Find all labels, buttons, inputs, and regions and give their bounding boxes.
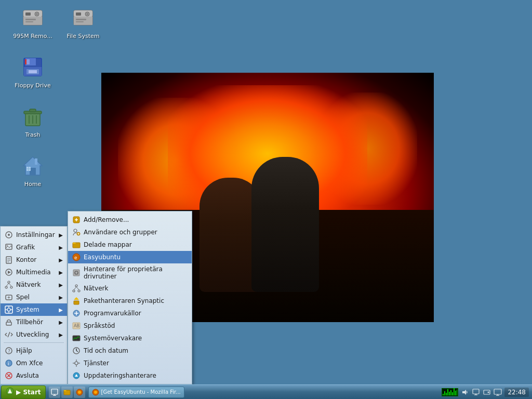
menu-item-kontor[interactable]: Kontor ▶ — [1, 254, 67, 266]
menu-item-spel[interactable]: Spel ▶ — [1, 291, 67, 303]
drive-tray-icon[interactable] — [482, 388, 491, 397]
svg-point-109 — [78, 391, 81, 394]
desktop-icon-floppy-label: Floppy Drive — [13, 82, 52, 89]
menu-item-system[interactable]: System ▶ — [1, 303, 67, 316]
svg-line-60 — [8, 332, 10, 337]
menu-item-hjalp[interactable]: ? Hjälp — [1, 344, 67, 357]
desktop-icon-trash-label: Trash — [23, 131, 42, 139]
svg-point-12 — [87, 14, 88, 15]
svg-rect-37 — [6, 244, 12, 249]
svg-rect-85 — [74, 301, 79, 304]
svg-rect-14 — [76, 19, 86, 20]
svg-text:e: e — [74, 255, 77, 260]
menu-item-utveckling[interactable]: Utveckling ▶ — [1, 328, 67, 341]
submenu-natverk[interactable]: Nätverk — [68, 282, 192, 295]
svg-text:AB: AB — [74, 324, 79, 328]
svg-rect-21 — [29, 70, 37, 73]
submenu-systemovervakare[interactable]: Systemövervakare — [68, 332, 192, 344]
svg-rect-104 — [51, 389, 58, 394]
svg-line-95 — [76, 351, 78, 352]
svg-rect-7 — [25, 21, 33, 22]
svg-rect-118 — [494, 389, 501, 394]
desktop-icon-filesystem-label: File System — [65, 32, 101, 40]
svg-line-83 — [74, 287, 76, 290]
svg-point-54 — [7, 308, 10, 311]
submenu-hanterare[interactable]: Hanterare för proprietära drivrutiner — [68, 263, 192, 282]
svg-rect-18 — [26, 59, 30, 64]
tray-area — [460, 388, 502, 397]
menu-separator — [4, 342, 64, 343]
svg-point-45 — [8, 281, 10, 283]
svg-rect-59 — [6, 322, 11, 325]
menu-item-natverk[interactable]: Nätverk ▶ — [1, 278, 67, 291]
svg-marker-44 — [8, 271, 11, 274]
clock: 22:48 — [504, 388, 529, 397]
svg-point-46 — [5, 286, 7, 288]
taskbar-window-browser[interactable]: [Get EasyUbuntu - Mozilla Fir... — [88, 387, 184, 398]
start-button[interactable]: ▶ Start — [1, 385, 46, 399]
start-label: ▶ Start — [16, 389, 41, 396]
svg-point-81 — [73, 290, 75, 292]
svg-rect-10 — [76, 12, 81, 16]
desktop-icon-995m[interactable]: 995M Remo... — [9, 5, 56, 40]
file-manager-btn[interactable] — [61, 387, 73, 398]
browser-window-label: [Get EasyUbuntu - Mozilla Fir... — [101, 389, 181, 395]
start-icon — [6, 387, 14, 397]
show-desktop-btn[interactable] — [49, 387, 60, 398]
submenu-anvandare[interactable]: Användare och grupper — [68, 226, 192, 238]
svg-text:i: i — [8, 361, 9, 366]
svg-rect-113 — [473, 389, 479, 394]
svg-rect-13 — [74, 17, 92, 25]
svg-text:?: ? — [8, 349, 10, 354]
svg-line-49 — [9, 283, 11, 286]
menu-item-grafik[interactable]: Grafik ▶ — [1, 241, 67, 254]
menu-item-om-xfce[interactable]: i Om Xfce — [1, 357, 67, 369]
menu-item-avsluta[interactable]: Avsluta — [1, 369, 67, 382]
system-submenu: Add/Remove... Användare och grupper Dela… — [68, 211, 192, 384]
taskbar: ▶ Start [Get EasyUbuntu - Mozilla Fir... — [0, 384, 532, 399]
quick-launch — [49, 387, 85, 398]
svg-line-48 — [6, 283, 9, 286]
desktop-icon-trash[interactable]: Trash — [9, 104, 56, 139]
desktop-icon-home[interactable]: Home — [9, 153, 56, 188]
floppy-icon — [20, 55, 45, 79]
submenu-add-remove[interactable]: Add/Remove... — [68, 214, 192, 226]
submenu-pakethanteraren[interactable]: Pakethanteraren Synaptic — [68, 295, 192, 307]
svg-rect-22 — [25, 59, 26, 64]
network-icon[interactable] — [471, 388, 481, 397]
submenu-tid-och-datum[interactable]: Tid och datum — [68, 344, 192, 357]
screen-icon[interactable] — [493, 388, 502, 397]
menu-item-tillbehor[interactable]: Tillbehör ▶ — [1, 316, 67, 328]
submenu-delade-mappar[interactable]: Delade mappar — [68, 238, 192, 251]
submenu-uppdateringshanterare[interactable]: Uppdateringshanterare — [68, 369, 192, 382]
submenu-sprakstod[interactable]: AB Språkstöd — [68, 320, 192, 332]
svg-marker-86 — [74, 297, 79, 300]
svg-rect-92 — [73, 336, 80, 341]
svg-point-117 — [488, 391, 489, 393]
desktop-icon-filesystem[interactable]: File System — [60, 5, 107, 40]
home-icon — [20, 153, 45, 178]
submenu-easyubuntu[interactable]: e Easyubuntu — [68, 251, 192, 263]
svg-line-84 — [76, 287, 79, 290]
menu-item-multimedia[interactable]: Multimedia ▶ — [1, 266, 67, 278]
svg-point-96 — [75, 362, 78, 365]
svg-point-80 — [75, 285, 77, 287]
desktop-icon-home-label: Home — [23, 180, 43, 188]
network-graph — [442, 388, 458, 396]
volume-icon[interactable] — [460, 388, 470, 397]
svg-point-111 — [94, 391, 97, 394]
svg-rect-30 — [35, 158, 37, 165]
svg-point-36 — [8, 234, 10, 236]
svg-rect-15 — [76, 21, 84, 22]
svg-rect-6 — [25, 19, 36, 20]
svg-point-47 — [10, 286, 12, 288]
svg-point-82 — [78, 290, 80, 292]
submenu-programvarukallor[interactable]: Programvarukällor — [68, 307, 192, 320]
svg-point-71 — [74, 229, 77, 232]
svg-marker-112 — [462, 390, 466, 395]
desktop-icon-floppy[interactable]: Floppy Drive — [9, 55, 56, 89]
menu-item-instellningar[interactable]: Inställningar ▶ — [1, 229, 67, 241]
submenu-tjanster[interactable]: Tjänster — [68, 357, 192, 369]
browser-quick-btn[interactable] — [74, 387, 85, 398]
taskbar-right: 22:48 — [442, 388, 532, 397]
